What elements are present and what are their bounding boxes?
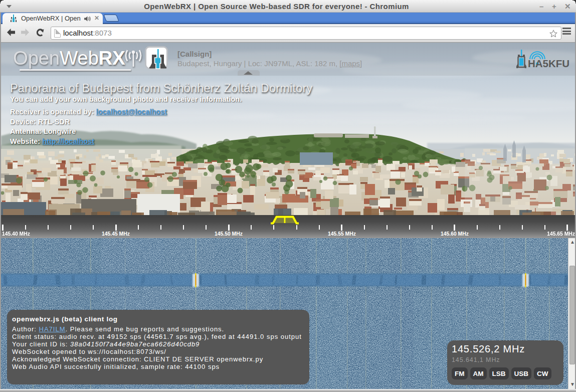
- svg-text:HA5KFU: HA5KFU: [528, 58, 569, 69]
